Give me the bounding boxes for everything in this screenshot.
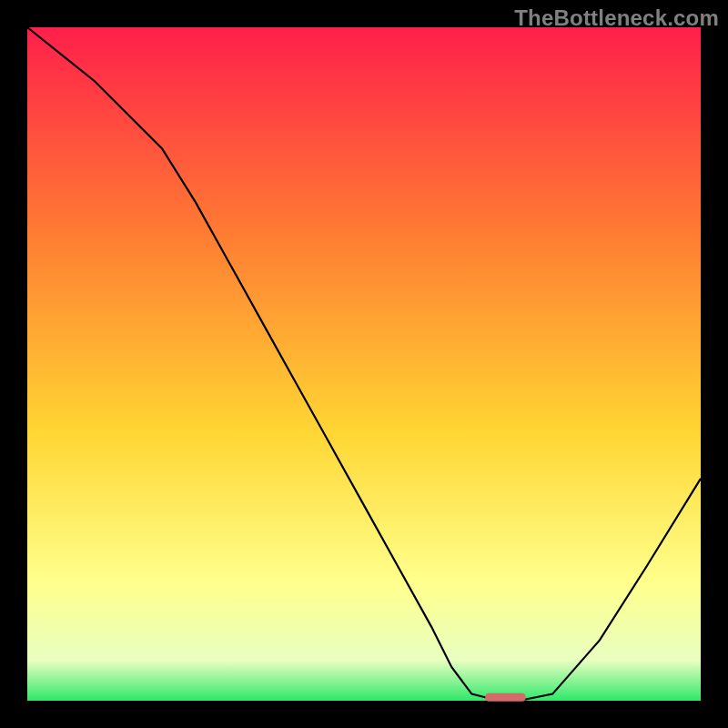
chart-frame: TheBottleneck.com bbox=[0, 0, 728, 728]
optimal-marker bbox=[485, 693, 525, 702]
gradient-background bbox=[27, 27, 701, 701]
bottleneck-chart bbox=[0, 0, 728, 728]
